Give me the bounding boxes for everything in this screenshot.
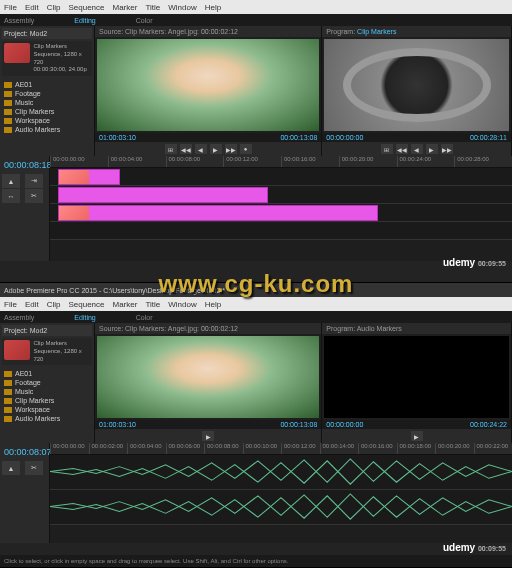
tab-color[interactable]: Color [136, 314, 153, 321]
timeline-clip[interactable] [58, 187, 268, 203]
timeline-panel: 00:00:08:07 ▲ ✂ 00:00:00:00 00:00:02:00 … [0, 443, 512, 543]
audio-track-a2[interactable] [50, 490, 512, 525]
project-tab[interactable]: Project: Mod2 [2, 28, 92, 39]
play-button[interactable]: ▶ [411, 431, 423, 441]
menu-file[interactable]: File [4, 3, 17, 12]
record-button[interactable]: ● [240, 144, 252, 154]
play-back-button[interactable]: ◀ [195, 144, 207, 154]
bin-item[interactable]: Workspace [2, 405, 92, 414]
ruler-mark: 00:00:16:00 [358, 443, 397, 454]
menu-help[interactable]: Help [205, 3, 221, 12]
play-button[interactable]: ▶ [202, 431, 214, 441]
timeline-clip[interactable] [58, 169, 120, 185]
menu-clip[interactable]: Clip [47, 3, 61, 12]
menu-file[interactable]: File [4, 300, 17, 309]
bin-item[interactable]: Audio Markers [2, 125, 92, 134]
source-tc-out: 00:00:13:08 [280, 421, 317, 428]
razor-tool[interactable]: ✂ [25, 461, 43, 475]
bin-label: Footage [15, 90, 41, 97]
menu-sequence[interactable]: Sequence [68, 3, 104, 12]
menu-title[interactable]: Title [145, 3, 160, 12]
program-tab[interactable]: Program: Clip Markers [322, 26, 511, 37]
program-tc-in: 00:00:00:00 [326, 421, 363, 428]
ruler-mark: 00:00:02:00 [89, 443, 128, 454]
source-transport: ▶ [95, 429, 321, 443]
play-button[interactable]: ▶ [210, 144, 222, 154]
bin-item[interactable]: Footage [2, 378, 92, 387]
timeline-tools: 00:00:08:07 ▲ ✂ [0, 443, 50, 543]
source-tab[interactable]: Source: Clip Markers: Angel.jpg: 00:00:0… [95, 323, 321, 334]
tab-assembly[interactable]: Assembly [4, 314, 34, 321]
menu-clip[interactable]: Clip [47, 300, 61, 309]
source-tab[interactable]: Source: Clip Markers: Angel.jpg: 00:00:0… [95, 26, 321, 37]
source-viewport[interactable] [97, 336, 319, 418]
bin-item[interactable]: Footage [2, 89, 92, 98]
step-back-button[interactable]: ◀◀ [396, 144, 408, 154]
timeline-tracks[interactable]: 00:00:00:00 00:00:04:00 00:00:08:00 00:0… [50, 156, 512, 261]
track-select-tool[interactable]: ⇥ [25, 174, 43, 188]
menu-bar: File Edit Clip Sequence Marker Title Win… [0, 297, 512, 311]
bin-label: Clip Markers [15, 397, 54, 404]
bin-item[interactable]: Music [2, 387, 92, 396]
source-tc-in: 01:00:03:10 [99, 421, 136, 428]
menu-window[interactable]: Window [168, 300, 196, 309]
timeline-timecode[interactable]: 00:00:08:18 [2, 158, 47, 172]
ruler-mark: 00:00:04:00 [108, 156, 166, 167]
menu-edit[interactable]: Edit [25, 300, 39, 309]
bin-item[interactable]: Clip Markers [2, 107, 92, 116]
audio-track-a1[interactable] [50, 222, 512, 240]
program-tab-name: Clip Markers [357, 28, 396, 35]
timeline-tracks[interactable]: 00:00:00:00 00:00:02:00 00:00:04:00 00:0… [50, 443, 512, 543]
menu-sequence[interactable]: Sequence [68, 300, 104, 309]
play-button[interactable]: ▶ [426, 144, 438, 154]
tab-editing[interactable]: Editing [74, 17, 95, 24]
razor-tool[interactable]: ✂ [25, 189, 43, 203]
video-track-v3[interactable] [50, 168, 512, 186]
mark-in-button[interactable]: ⊞ [165, 144, 177, 154]
project-tab[interactable]: Project: Mod2 [2, 325, 92, 336]
program-viewport[interactable] [324, 336, 509, 418]
play-back-button[interactable]: ◀ [411, 144, 423, 154]
step-back-button[interactable]: ◀◀ [180, 144, 192, 154]
menu-window[interactable]: Window [168, 3, 196, 12]
bin-item[interactable]: AE01 [2, 369, 92, 378]
video-track-v1[interactable] [50, 204, 512, 222]
timeline-clip[interactable] [58, 205, 378, 221]
tab-color[interactable]: Color [136, 17, 153, 24]
ruler-mark: 00:00:20:00 [339, 156, 397, 167]
bin-item[interactable]: Audio Markers [2, 414, 92, 423]
source-monitor: Source: Clip Markers: Angel.jpg: 00:00:0… [95, 26, 322, 156]
tab-assembly[interactable]: Assembly [4, 17, 34, 24]
tab-editing[interactable]: Editing [74, 314, 95, 321]
program-viewport[interactable] [324, 39, 509, 131]
source-monitor: Source: Clip Markers: Angel.jpg: 00:00:0… [95, 323, 322, 443]
ripple-tool[interactable]: ↔ [2, 189, 20, 203]
program-tab[interactable]: Program: Audio Markers [322, 323, 511, 334]
selection-tool[interactable]: ▲ [2, 461, 20, 475]
selection-tool[interactable]: ▲ [2, 174, 20, 188]
menu-bar: File Edit Clip Sequence Marker Title Win… [0, 0, 512, 14]
bin-item[interactable]: Music [2, 98, 92, 107]
folder-icon [4, 398, 12, 404]
time-ruler[interactable]: 00:00:00:00 00:00:02:00 00:00:04:00 00:0… [50, 443, 512, 455]
timeline-timecode[interactable]: 00:00:08:07 [2, 445, 47, 459]
step-fwd-button[interactable]: ▶▶ [225, 144, 237, 154]
bin-item[interactable]: AE01 [2, 80, 92, 89]
menu-marker[interactable]: Marker [113, 300, 138, 309]
menu-edit[interactable]: Edit [25, 3, 39, 12]
source-viewport[interactable] [97, 39, 319, 131]
time-ruler[interactable]: 00:00:00:00 00:00:04:00 00:00:08:00 00:0… [50, 156, 512, 168]
menu-title[interactable]: Title [145, 300, 160, 309]
mark-in-button[interactable]: ⊞ [381, 144, 393, 154]
waveform-a1 [50, 455, 512, 489]
bin-item[interactable]: Workspace [2, 116, 92, 125]
source-transport: ⊞ ◀◀ ◀ ▶ ▶▶ ● [95, 142, 321, 156]
audio-track-a1[interactable] [50, 455, 512, 490]
source-tc-out: 00:00:13:08 [280, 134, 317, 141]
menu-help[interactable]: Help [205, 300, 221, 309]
video-track-v2[interactable] [50, 186, 512, 204]
menu-marker[interactable]: Marker [113, 3, 138, 12]
bin-item[interactable]: Clip Markers [2, 396, 92, 405]
program-tc-in: 00:00:00:00 [326, 134, 363, 141]
step-fwd-button[interactable]: ▶▶ [441, 144, 453, 154]
